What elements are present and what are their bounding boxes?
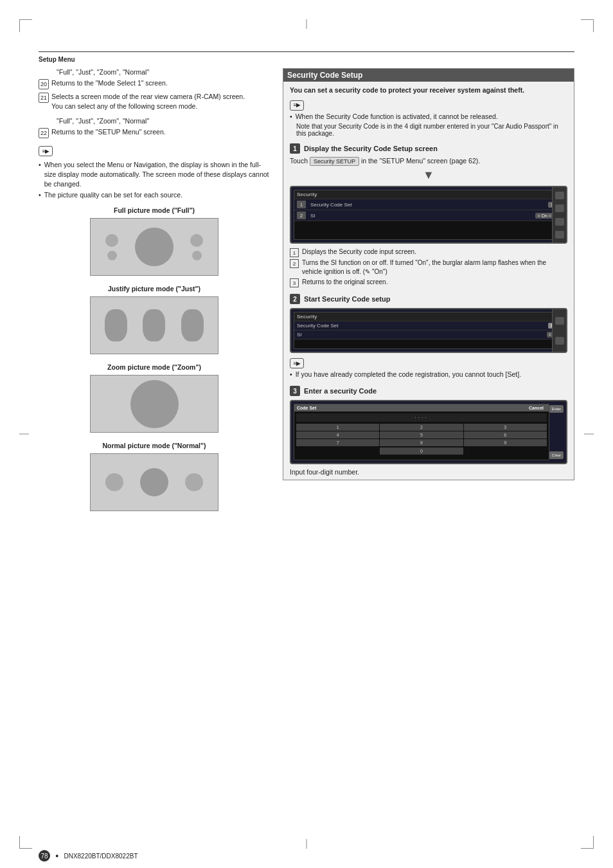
security-note-1-text: When the Security Code function is activ…: [296, 112, 498, 122]
security-notes: • When the Security Code function is act…: [290, 112, 567, 122]
code-set-label: Code Set: [297, 406, 316, 410]
bullet-1: •: [39, 160, 41, 188]
sidebar-icon-3: [555, 218, 564, 226]
num-btn-1[interactable]: 1: [296, 424, 379, 431]
screen2-title: Security: [297, 314, 317, 320]
zoom-mode-title: Zoom picture mode ("Zoom"): [39, 363, 270, 371]
num-btn-2[interactable]: 2: [380, 424, 463, 431]
code-clear-btn[interactable]: Clear: [549, 451, 564, 459]
num-btn-3[interactable]: 3: [464, 424, 547, 431]
screen2-row2-label: SI: [297, 332, 302, 338]
num-btn-5[interactable]: 5: [380, 431, 463, 439]
screen1-row2-label: SI: [310, 213, 315, 219]
sidebar-icon-2: [555, 204, 564, 212]
step2-note: • If you have already completed the code…: [290, 370, 567, 379]
num-22: 22: [39, 128, 49, 138]
numpad-zero-row: 0: [296, 448, 547, 455]
sidebar-icon-1: [555, 192, 564, 199]
annot-1-num: 1: [290, 248, 299, 257]
step3-instruction: Input four-digit number.: [290, 468, 567, 476]
bullet-separator: ●: [55, 853, 58, 859]
note-1: • When you select the Menu or Navigation…: [39, 160, 270, 188]
normal-mode-section: Normal picture mode ("Normal"): [39, 442, 270, 511]
annot-1-text: Displays the Security code input screen.: [302, 248, 416, 257]
num-btn-4[interactable]: 4: [296, 431, 379, 439]
sidebar-icon-4: [555, 231, 564, 239]
top-rule: [39, 51, 574, 52]
full-mode-image: [90, 218, 218, 276]
step-1-title: Display the Security Code Setup screen: [304, 145, 438, 152]
two-column-layout: "Full", "Just", "Zoom", "Normal" 20 Retu…: [39, 68, 574, 520]
numbered-items-list: 20 Returns to the "Mode Select 1" screen…: [39, 78, 270, 111]
bullet-2: •: [39, 190, 41, 200]
quoted-modes-21: "Full", "Just", "Zoom", "Normal": [39, 117, 270, 125]
screen2-sidebar-icon-1: [555, 317, 564, 325]
screen-mockup-2: Security Security Code Set Set SI = On: [290, 308, 567, 353]
page-footer: 78 ● DNX8220BT/DDX8022BT: [39, 850, 138, 862]
item-20-text: Returns to the "Mode Select 1" screen.: [51, 78, 168, 89]
empty-right: [464, 448, 547, 455]
num-20: 20: [39, 79, 49, 89]
annot-3-num: 3: [290, 278, 299, 287]
code-cancel-btn[interactable]: Cancel: [529, 406, 544, 410]
annot-3-text: Returns to the original screen.: [302, 278, 387, 287]
step-2-header: 2 Start Security Code setup: [290, 294, 567, 304]
step-1-header: 1 Display the Security Code Setup screen: [290, 143, 567, 154]
num-btn-7[interactable]: 7: [296, 439, 379, 446]
num-btn-9[interactable]: 9: [464, 439, 547, 446]
screen1-row2-icon: 2: [297, 212, 306, 219]
left-notes: • When you select the Menu or Navigation…: [39, 160, 270, 200]
zoom-mode-section: Zoom picture mode ("Zoom"): [39, 363, 270, 433]
screen2-sidebar-icon-2: [555, 337, 564, 345]
annot-2-text: Turns the SI function on or off. If turn…: [302, 258, 567, 276]
step2-note-icon: ≡▶: [290, 358, 304, 368]
screen-mockup-1: Security 1 Security Code Set Set 2 SI = …: [290, 186, 567, 244]
security-note-1: • When the Security Code function is act…: [290, 112, 567, 122]
security-setup-button[interactable]: Security SETUP: [310, 157, 359, 166]
security-note-icon-row: ≡▶: [290, 99, 567, 111]
code-set-screen: Code Set Cancel ···· 1 2 3 4 5 6 7 8: [290, 400, 567, 464]
security-note-2: Note that your Security Code is in the 4…: [290, 123, 567, 137]
empty-left: [296, 448, 379, 455]
security-note-icon: ≡▶: [290, 100, 304, 111]
just-mode-image: [90, 296, 218, 354]
code-enter-btn[interactable]: Enter: [549, 405, 564, 413]
full-mode-title: Full picture mode ("Full"): [39, 206, 270, 214]
security-code-box: Security Code Setup You can set a securi…: [283, 68, 574, 480]
step2-note-icon-row: ≡▶: [290, 357, 567, 368]
item-22-text: Returns to the "SETUP Menu" screen.: [51, 127, 166, 138]
list-item-20: 20 Returns to the "Mode Select 1" screen…: [39, 78, 270, 89]
num-btn-0[interactable]: 0: [380, 448, 463, 455]
just-mode-title: Justify picture mode ("Just"): [39, 285, 270, 293]
note-icon-row: ≡▶: [39, 145, 270, 156]
security-subtitle: You can set a security code to protect y…: [290, 86, 567, 95]
num-btn-8[interactable]: 8: [380, 439, 463, 446]
security-box-title: Security Code Setup: [283, 69, 574, 82]
step-2-num: 2: [290, 294, 300, 304]
arrow-down-1: ▼: [290, 168, 567, 182]
right-column: Security Code Setup You can set a securi…: [283, 68, 574, 520]
note-1-text: When you select the Menu or Navigation, …: [44, 160, 270, 188]
annotation-3: 3 Returns to the original screen.: [290, 278, 567, 287]
step2-note-list: • If you have already completed the code…: [290, 370, 567, 379]
code-right-buttons: Enter Clear: [549, 404, 564, 460]
code-display: ····: [296, 413, 547, 422]
annot-2-num: 2: [290, 259, 299, 268]
step-3-title: Enter a security Code: [304, 387, 377, 395]
annotation-1: 1 Displays the Security code input scree…: [290, 248, 567, 257]
page-number: 78: [39, 850, 50, 862]
screen2-row1-label: Security Code Set: [297, 323, 338, 329]
step-3-header: 3 Enter a security Code: [290, 386, 567, 396]
screen1-row1-icon: 1: [297, 201, 306, 208]
step-1-annotations: 1 Displays the Security code input scree…: [290, 248, 567, 287]
item-21-text: Selects a screen mode of the rear view c…: [51, 92, 245, 111]
section-title: Setup Menu: [39, 56, 574, 63]
num-btn-6[interactable]: 6: [464, 431, 547, 439]
list-item-22: 22 Returns to the "SETUP Menu" screen.: [39, 127, 270, 138]
step-1-instruction: Touch Security SETUP in the "SETUP Menu"…: [290, 157, 567, 166]
step2-note-text: If you have already completed the code r…: [296, 370, 521, 379]
annotation-2: 2 Turns the SI function on or off. If tu…: [290, 258, 567, 276]
screen1-row1-label: Security Code Set: [310, 202, 351, 208]
just-mode-section: Justify picture mode ("Just"): [39, 285, 270, 354]
page-model: DNX8220BT/DDX8022BT: [64, 853, 138, 860]
